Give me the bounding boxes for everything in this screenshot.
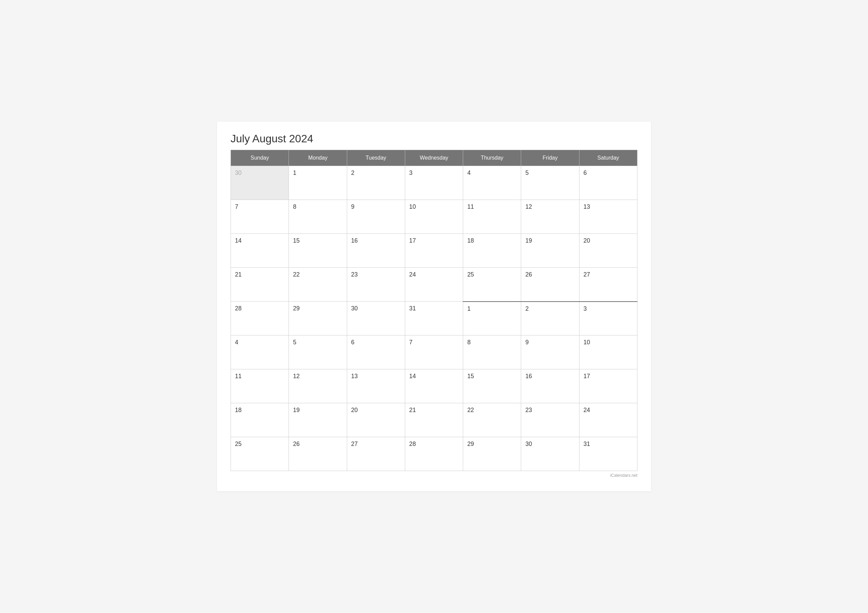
calendar-day-cell: 5 (521, 166, 579, 200)
calendar-header-row: SundayMondayTuesdayWednesdayThursdayFrid… (231, 150, 637, 166)
calendar-day-cell: 22 (463, 403, 521, 437)
calendar-day-cell: 4 (231, 336, 289, 369)
calendar-day-cell: 14 (231, 234, 289, 268)
calendar-day-cell: 6 (579, 166, 637, 200)
calendar-day-cell: 3 (405, 166, 463, 200)
calendar-header-friday: Friday (521, 150, 579, 166)
calendar-day-cell: 10 (579, 336, 637, 369)
calendar-day-cell: 18 (231, 403, 289, 437)
calendar-day-cell: 2 (347, 166, 405, 200)
calendar-day-cell: 18 (463, 234, 521, 268)
calendar-day-cell: 23 (521, 403, 579, 437)
calendar-day-cell: 24 (405, 268, 463, 302)
calendar-day-cell: 29 (289, 302, 347, 336)
calendar-day-cell: 7 (231, 200, 289, 234)
calendar-week-row: 11121314151617 (231, 369, 637, 403)
calendar-day-cell: 30 (231, 166, 289, 200)
calendar-day-cell: 8 (289, 200, 347, 234)
calendar-day-cell: 21 (405, 403, 463, 437)
calendar-day-cell: 9 (521, 336, 579, 369)
calendar-day-cell: 1 (463, 302, 521, 336)
calendar-day-cell: 3 (579, 302, 637, 336)
calendar-day-cell: 17 (579, 369, 637, 403)
calendar-header-wednesday: Wednesday (405, 150, 463, 166)
calendar-day-cell: 27 (579, 268, 637, 302)
calendar-day-cell: 2 (521, 302, 579, 336)
calendar-table: SundayMondayTuesdayWednesdayThursdayFrid… (231, 150, 637, 471)
calendar-day-cell: 15 (289, 234, 347, 268)
calendar-day-cell: 8 (463, 336, 521, 369)
calendar-day-cell: 20 (347, 403, 405, 437)
calendar-day-cell: 17 (405, 234, 463, 268)
calendar-week-row: 78910111213 (231, 200, 637, 234)
calendar-day-cell: 15 (463, 369, 521, 403)
calendar-day-cell: 26 (289, 437, 347, 471)
calendar-day-cell: 31 (579, 437, 637, 471)
calendar-day-cell: 21 (231, 268, 289, 302)
calendar-day-cell: 13 (579, 200, 637, 234)
calendar-day-cell: 20 (579, 234, 637, 268)
calendar-header-monday: Monday (289, 150, 347, 166)
calendar-week-row: 18192021222324 (231, 403, 637, 437)
calendar-week-row: 45678910 (231, 336, 637, 369)
calendar-day-cell: 27 (347, 437, 405, 471)
calendar-day-cell: 30 (347, 302, 405, 336)
calendar-day-cell: 19 (521, 234, 579, 268)
calendar-day-cell: 12 (289, 369, 347, 403)
calendar-day-cell: 14 (405, 369, 463, 403)
calendar-header-thursday: Thursday (463, 150, 521, 166)
calendar-day-cell: 28 (405, 437, 463, 471)
calendar-day-cell: 22 (289, 268, 347, 302)
calendar-day-cell: 9 (347, 200, 405, 234)
calendar-day-cell: 10 (405, 200, 463, 234)
calendar-day-cell: 16 (521, 369, 579, 403)
calendar-day-cell: 12 (521, 200, 579, 234)
calendar-title: July August 2024 (231, 133, 637, 145)
watermark: iCalendars.net (231, 473, 637, 478)
calendar-day-cell: 28 (231, 302, 289, 336)
calendar-container: July August 2024 SundayMondayTuesdayWedn… (217, 122, 651, 491)
calendar-day-cell: 1 (289, 166, 347, 200)
calendar-day-cell: 6 (347, 336, 405, 369)
calendar-day-cell: 24 (579, 403, 637, 437)
calendar-week-row: 30123456 (231, 166, 637, 200)
calendar-week-row: 28293031123 (231, 302, 637, 336)
calendar-header-tuesday: Tuesday (347, 150, 405, 166)
calendar-week-row: 25262728293031 (231, 437, 637, 471)
calendar-day-cell: 4 (463, 166, 521, 200)
calendar-day-cell: 5 (289, 336, 347, 369)
calendar-day-cell: 26 (521, 268, 579, 302)
calendar-day-cell: 31 (405, 302, 463, 336)
calendar-header-saturday: Saturday (579, 150, 637, 166)
calendar-day-cell: 30 (521, 437, 579, 471)
calendar-day-cell: 16 (347, 234, 405, 268)
calendar-day-cell: 25 (231, 437, 289, 471)
calendar-day-cell: 13 (347, 369, 405, 403)
calendar-day-cell: 25 (463, 268, 521, 302)
calendar-day-cell: 11 (231, 369, 289, 403)
calendar-day-cell: 7 (405, 336, 463, 369)
calendar-week-row: 14151617181920 (231, 234, 637, 268)
calendar-day-cell: 19 (289, 403, 347, 437)
calendar-day-cell: 29 (463, 437, 521, 471)
calendar-day-cell: 11 (463, 200, 521, 234)
calendar-week-row: 21222324252627 (231, 268, 637, 302)
calendar-header-sunday: Sunday (231, 150, 289, 166)
calendar-day-cell: 23 (347, 268, 405, 302)
